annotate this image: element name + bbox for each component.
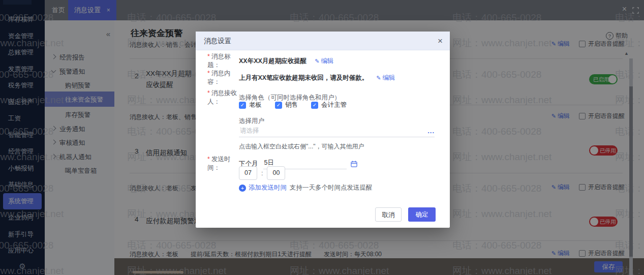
send-hour-minute-row: 07 : 00 [239,166,440,180]
dialog-body: *消息标题： XX年XX月超期应收提醒 ✎编辑 *消息内容： 上月有XX笔应收款… [196,50,450,209]
message-content-label: *消息内容： [207,69,239,86]
message-title-value: XX年XX月超期应收提醒 [239,57,306,66]
user-select-input[interactable] [239,127,427,135]
add-send-time-hint: 支持一天多个时间点发送提醒 [290,184,373,192]
more-icon[interactable]: ... [427,127,435,135]
role-checkbox-row: ✓老板 ✓销售 ✓会计主管 [239,101,440,109]
message-settings-dialog: 消息设置 × *消息标题： XX年XX月超期应收提醒 ✎编辑 *消息内容： 上月… [196,32,450,228]
hour-input[interactable]: 07 [239,166,257,180]
pencil-icon: ✎ [376,75,381,81]
message-title-row: *消息标题： XX年XX月超期应收提醒 ✎编辑 [207,52,440,70]
plus-circle-icon: + [239,185,246,192]
confirm-button[interactable]: 确定 [408,207,436,222]
edit-content-button[interactable]: ✎编辑 [376,74,395,82]
role-checkbox-chief-accountant[interactable]: ✓会计主管 [311,101,347,109]
user-select-field: ... [239,127,435,137]
cancel-button[interactable]: 取消 [375,207,402,222]
send-time-label: *发送时间： [207,155,239,172]
role-checkbox-sales[interactable]: ✓销售 [275,101,298,109]
add-send-time-row: + 添加发送时间 支持一天多个时间点发送提醒 [239,184,440,192]
minute-input[interactable]: 00 [267,166,285,180]
close-icon[interactable]: × [438,32,443,50]
dialog-header: 消息设置 × [196,32,450,50]
checked-checkbox-icon: ✓ [311,102,318,109]
role-checkbox-boss[interactable]: ✓老板 [239,101,262,109]
receiver-label: *消息接收人： [207,89,239,106]
checked-checkbox-icon: ✓ [239,102,246,109]
dialog-title: 消息设置 [204,37,231,45]
checked-checkbox-icon: ✓ [275,102,282,109]
time-colon: : [261,170,263,177]
message-content-row: *消息内容： 上月有XX笔应收款超期未收回，请及时催款。 ✎编辑 [207,69,440,86]
select-user-label: 选择用户 [239,117,440,126]
app-window: 库存核算 资金管理 总账管理 发票管理 税务管理 固定资产 工资 智能管理 经营… [0,0,644,275]
message-content-value: 上月有XX笔应收款超期未收回，请及时催款。 [239,74,368,82]
edit-title-button[interactable]: ✎编辑 [315,57,333,66]
user-select-hint: 点击输入框空白处或右侧"..."，可输入其他用户 [239,142,364,151]
pencil-icon: ✎ [315,58,319,64]
add-send-time-button[interactable]: 添加发送时间 [249,184,287,192]
message-title-label: *消息标题： [207,52,239,70]
